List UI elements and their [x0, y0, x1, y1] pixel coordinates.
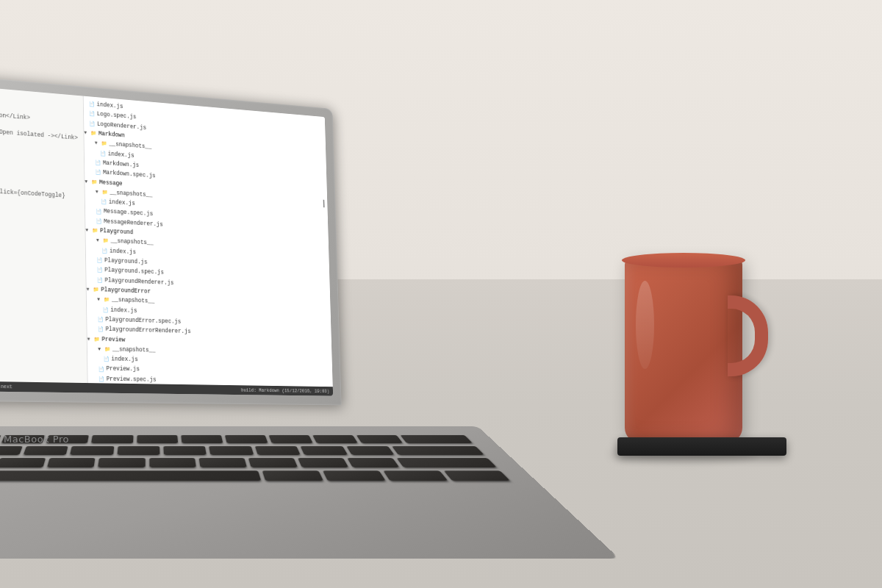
- arrow-icon: ▼: [84, 129, 90, 137]
- laptop: link>; <name>=> Exit Isolation</Link> <n…: [0, 71, 378, 445]
- key: [137, 435, 178, 443]
- key: [23, 446, 68, 455]
- key: [347, 458, 399, 467]
- file-icon: 📄: [97, 276, 105, 284]
- key: [396, 458, 497, 467]
- file-icon: 📄: [104, 356, 112, 363]
- key: [47, 458, 95, 467]
- key: [301, 446, 348, 455]
- screen: link>; <name>=> Exit Isolation</Link> <n…: [0, 82, 333, 395]
- key-space: [0, 470, 261, 481]
- key: [262, 470, 323, 481]
- mug: [625, 251, 764, 442]
- key: [400, 435, 473, 443]
- arrow-icon: ▼: [85, 178, 91, 185]
- file-icon: 📄: [101, 198, 109, 206]
- arrow-icon: ▼: [96, 188, 102, 196]
- arrow-icon: ▼: [87, 286, 93, 293]
- folder-icon: 📁: [91, 178, 99, 185]
- file-icon: 📄: [96, 257, 104, 264]
- folder-icon: 📁: [93, 286, 101, 293]
- key: [346, 446, 395, 455]
- file-icon: 📄: [97, 267, 105, 274]
- key-row: [0, 458, 497, 467]
- file-icon: 📄: [89, 110, 97, 118]
- folder-icon: 📁: [90, 129, 98, 137]
- key: [392, 446, 484, 455]
- key: [0, 458, 46, 467]
- key: [383, 470, 448, 481]
- file-icon: 📄: [98, 376, 107, 383]
- mug-body: [625, 259, 742, 442]
- file-icon: 📄: [96, 218, 104, 225]
- key: [92, 435, 133, 443]
- macbook-label: MacBook Pro: [4, 434, 69, 445]
- file-icon: 📄: [100, 150, 108, 157]
- key-row: [0, 446, 484, 455]
- key: [298, 458, 348, 467]
- file-icon: 📄: [101, 247, 110, 254]
- key: [323, 470, 386, 481]
- code-panel: link>; <name>=> Exit Isolation</Link> <n…: [0, 82, 88, 392]
- mug-rim: [622, 253, 745, 268]
- folder-icon: 📁: [92, 227, 100, 234]
- mug-handle: [728, 295, 768, 376]
- key: [198, 458, 246, 467]
- mug-highlight: [636, 281, 654, 369]
- key-row: [0, 435, 473, 443]
- key: [312, 435, 358, 443]
- key: [255, 446, 301, 455]
- arrow-icon: ▼: [95, 140, 101, 147]
- file-icon: 📄: [98, 316, 106, 323]
- folder-icon: 📁: [105, 395, 113, 396]
- arrow-icon: ▼: [97, 296, 104, 304]
- arrow-icon: ▼: [87, 335, 94, 343]
- folder-icon: 📁: [104, 345, 112, 353]
- key: [248, 458, 297, 467]
- ide-interface: link>; <name>=> Exit Isolation</Link> <n…: [0, 82, 333, 395]
- key: [70, 446, 114, 455]
- file-icon: 📄: [103, 306, 111, 314]
- file-icon: 📄: [95, 169, 103, 176]
- file-tree-panel: 📄 index.js 📄 Logo.spec.js 📄 LogoRenderer…: [84, 96, 333, 396]
- coffee-mug-area: [603, 191, 808, 456]
- key: [98, 458, 146, 467]
- key: [209, 446, 254, 455]
- coaster: [617, 437, 786, 456]
- keys-grid: [0, 435, 510, 481]
- file-icon: 📄: [98, 365, 107, 373]
- key: [181, 435, 223, 443]
- key: [163, 446, 207, 455]
- folder-icon: 📁: [103, 237, 111, 245]
- folder-icon: 📁: [104, 296, 112, 304]
- folder-icon: 📁: [101, 140, 110, 148]
- folder-icon: 📁: [102, 189, 110, 196]
- key: [356, 435, 403, 443]
- file-icon: 📄: [89, 120, 97, 127]
- arrow-icon: ▼: [85, 226, 92, 234]
- file-icon: 📄: [96, 208, 104, 215]
- key: [0, 446, 23, 455]
- key: [444, 470, 511, 481]
- status-build: build: Markdown (15/12/2016, 19:03): [241, 387, 330, 395]
- file-icon: 📄: [89, 101, 97, 108]
- file-icon: 📄: [98, 326, 106, 333]
- file-icon: 📄: [95, 159, 103, 166]
- folder-icon: 📁: [94, 335, 102, 343]
- arrow-icon: ▼: [98, 395, 105, 396]
- screen-bezel: link>; <name>=> Exit Isolation</Link> <n…: [0, 71, 342, 406]
- key: [117, 446, 159, 455]
- arrow-icon: ▼: [96, 237, 103, 245]
- key-row: [0, 470, 510, 481]
- key: [149, 458, 196, 467]
- arrow-icon: ▼: [98, 345, 104, 353]
- key: [225, 435, 268, 443]
- key: [268, 435, 312, 443]
